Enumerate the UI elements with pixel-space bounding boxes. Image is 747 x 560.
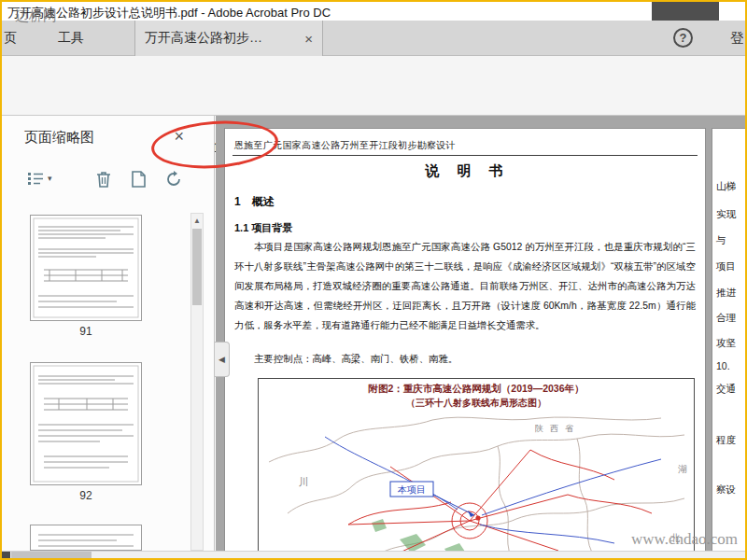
map-label-sichuan: 川 (299, 476, 309, 487)
watermark-top: 迈桥网 (15, 7, 57, 25)
delete-page-button[interactable] (95, 170, 112, 189)
tab-home-label: 页 (4, 30, 17, 47)
sign-in-link[interactable]: 登 (730, 30, 743, 48)
paragraph: 本项目是国家高速公路网规划恩施至广元国家高速公路 G5012 的万州至开江段，也… (234, 237, 696, 335)
page-icon (131, 170, 147, 189)
document-title: 说 明 书 (225, 162, 705, 180)
map-label-shaanxi: 陕西省 (535, 424, 580, 433)
close-tab-icon[interactable]: × (304, 31, 313, 47)
page2-strip-line: 项目 (716, 260, 736, 273)
page-thumbnail-91[interactable] (30, 215, 142, 321)
main-toolbar: / 157 50% ▾ (2, 56, 745, 116)
tab-home[interactable]: 页 (4, 21, 24, 56)
tab-document-label: 万开高速公路初步… (145, 30, 262, 47)
page2-strip-line: 与 (716, 234, 726, 247)
rotate-page-button[interactable] (164, 170, 183, 189)
help-glyph: ? (680, 31, 687, 45)
page2-strip-line: 攻坚 (716, 337, 736, 350)
subsection-heading: 1.1 项目背景 (234, 221, 292, 235)
horizontal-scrollbar[interactable] (2, 551, 745, 558)
page-thumbnail-92[interactable] (30, 362, 142, 485)
options-list-icon (26, 170, 45, 187)
page-setup-button[interactable] (131, 170, 147, 189)
page2-strip-line: 实现 (716, 208, 736, 221)
page2-strip-line: 合理 (716, 312, 736, 325)
page2-strip-line: 察设 (716, 483, 736, 497)
page-running-header: 恩施至广元国家高速公路万州至开江段初步勘察设计 (234, 139, 456, 152)
main-area: 页面缩略图 × ▾ (2, 116, 745, 551)
trash-icon (95, 170, 112, 189)
highway-network-map: 陕西省 川 湖 北 本项目 (260, 411, 693, 551)
thumbnail-drawing (31, 363, 141, 484)
page2-strip-line: 推进 (716, 287, 736, 300)
panel-scrollbar[interactable]: ▲ (190, 213, 204, 551)
collapse-panel-button[interactable]: ◀ (215, 342, 230, 377)
thumbnail-drawing (31, 216, 141, 320)
thumbnail-page-number: 91 (30, 325, 142, 338)
tab-tools-label: 工具 (58, 30, 84, 47)
project-location-dot (475, 515, 480, 520)
control-points-line: 主要控制点：高峰、高梁、南门、铁桥、南雅。 (234, 349, 696, 369)
body-text: 本项目是国家高速公路网规划恩施至广元国家高速公路 G5012 的万州至开江段，也… (234, 237, 696, 369)
project-label: 本项目 (397, 484, 426, 495)
page-thumbnail-partial[interactable] (30, 525, 142, 551)
thumbnail-page-number: 92 (30, 489, 142, 502)
pdf-page-2-edge[interactable]: 山梯 实现 与 项目 推进 合理 攻坚 10. 交通 程度 察设 (712, 129, 745, 551)
thumbnail-drawing (31, 525, 141, 551)
panel-title: 页面缩略图 (24, 129, 94, 147)
header-rule (233, 155, 698, 156)
page2-strip-line: 交通 (716, 383, 736, 396)
chevron-down-icon: ▾ (48, 174, 52, 183)
page2-strip-line: 程度 (716, 434, 736, 447)
tab-tools[interactable]: 工具 (43, 21, 99, 56)
horizontal-scrollbar-thumb[interactable] (11, 552, 92, 558)
figure-subtitle: （三环十八射多联线布局形态图） (259, 397, 694, 410)
page2-strip-line: 山梯 (716, 180, 736, 193)
thumbnail-options-button[interactable]: ▾ (26, 170, 52, 187)
title-bar: 万开高速公路初步设计总说明书.pdf - Adobe Acrobat Pro D… (2, 2, 745, 21)
scroll-up-icon[interactable]: ▲ (191, 215, 203, 227)
tab-document[interactable]: 万开高速公路初步… × (134, 21, 323, 56)
figure-title: 附图2：重庆市高速公路网规划（2019—2036年） (259, 383, 694, 396)
chevron-left-icon: ◀ (218, 355, 225, 364)
close-panel-icon[interactable]: × (174, 127, 184, 147)
section-heading: 1 概述 (234, 194, 275, 210)
watermark-bottom: www.cndao.com (631, 530, 738, 549)
panel-scrollbar-thumb[interactable] (192, 229, 202, 305)
acrobat-window: 万开高速公路初步设计总说明书.pdf - Adobe Acrobat Pro D… (0, 0, 747, 560)
tab-bar: 页 工具 万开高速公路初步… × ? 登 (2, 21, 745, 56)
page-thumbnails-panel: 页面缩略图 × ▾ (2, 116, 215, 551)
page2-strip-line: 10. (716, 360, 730, 371)
help-icon[interactable]: ? (673, 28, 693, 48)
figure-box: 附图2：重庆市高速公路网规划（2019—2036年） （三环十八射多联线布局形态… (258, 378, 695, 551)
pdf-page[interactable]: 恩施至广元国家高速公路万州至开江段初步勘察设计 说 明 书 1 概述 1.1 项… (225, 129, 705, 551)
rotate-icon (164, 170, 183, 189)
panel-toolbar: ▾ (2, 168, 214, 196)
scrollbar-corner (2, 552, 10, 559)
window-controls-area[interactable] (652, 2, 719, 21)
document-view[interactable]: 恩施至广元国家高速公路万州至开江段初步勘察设计 说 明 书 1 概述 1.1 项… (216, 116, 745, 551)
map-label-hubei: 湖 (678, 464, 687, 474)
